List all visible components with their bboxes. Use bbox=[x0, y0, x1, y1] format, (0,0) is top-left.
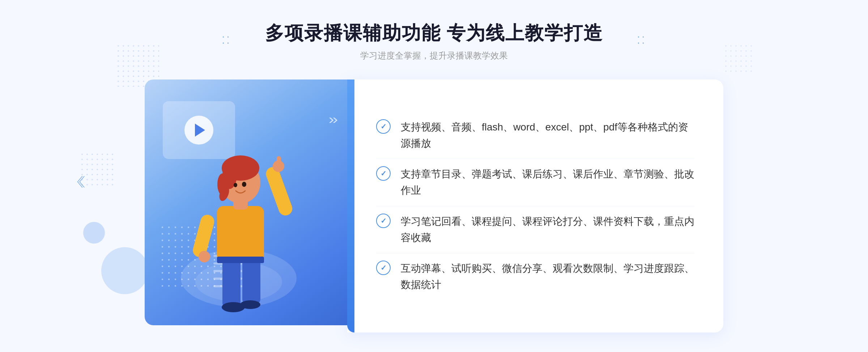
svg-point-15 bbox=[242, 182, 246, 187]
check-circle-icon-2: ✓ bbox=[376, 166, 391, 181]
person-illustration bbox=[166, 126, 311, 325]
illustration-card: » bbox=[145, 80, 347, 325]
page-wrapper: 《 多项录播课辅助功能 专为线上教学打造 学习进度全掌握，提升录播课教学效果 » bbox=[0, 0, 868, 352]
svg-rect-20 bbox=[217, 257, 264, 263]
feature-text-3: 学习笔记回看、课程提问、课程评论打分、课件资料下载，重点内容收藏 bbox=[401, 214, 694, 246]
svg-point-19 bbox=[199, 251, 210, 262]
feature-item-4: ✓互动弹幕、试听购买、微信分享、观看次数限制、学习进度跟踪、数据统计 bbox=[376, 253, 694, 300]
feature-item-1: ✓支持视频、音频、flash、word、excel、ppt、pdf等各种格式的资… bbox=[376, 112, 694, 159]
svg-rect-7 bbox=[264, 165, 294, 218]
header-section: 多项录播课辅助功能 专为线上教学打造 学习进度全掌握，提升录播课教学效果 bbox=[265, 22, 603, 61]
features-wrapper: ✓支持视频、音频、flash、word、excel、ppt、pdf等各种格式的资… bbox=[347, 80, 723, 332]
features-list: ✓支持视频、音频、flash、word、excel、ppt、pdf等各种格式的资… bbox=[376, 112, 694, 300]
svg-rect-18 bbox=[277, 156, 281, 169]
svg-point-16 bbox=[234, 183, 237, 187]
check-mark-3: ✓ bbox=[380, 217, 387, 224]
features-card: ✓支持视频、音频、flash、word、excel、ppt、pdf等各种格式的资… bbox=[347, 80, 723, 332]
check-mark-2: ✓ bbox=[380, 170, 387, 177]
svg-rect-6 bbox=[217, 206, 264, 262]
svg-rect-3 bbox=[242, 257, 260, 304]
feature-text-1: 支持视频、音频、flash、word、excel、ppt、pdf等各种格式的资源… bbox=[401, 119, 694, 152]
feature-text-4: 互动弹幕、试听购买、微信分享、观看次数限制、学习进度跟踪、数据统计 bbox=[401, 261, 694, 293]
circle-decoration-large bbox=[101, 247, 148, 294]
svg-rect-2 bbox=[222, 257, 241, 307]
check-mark-1: ✓ bbox=[380, 123, 387, 130]
dots-decoration-top-right bbox=[723, 43, 752, 72]
main-title: 多项录播课辅助功能 专为线上教学打造 bbox=[265, 22, 603, 44]
dots-decoration-mid-left bbox=[80, 152, 116, 188]
feature-item-2: ✓支持章节目录、弹题考试、课后练习、课后作业、章节测验、批改作业 bbox=[376, 159, 694, 206]
check-circle-icon-3: ✓ bbox=[376, 214, 391, 228]
arrow-left-decoration: 《 bbox=[66, 173, 81, 191]
check-circle-icon-4: ✓ bbox=[376, 261, 391, 275]
sub-title: 学习进度全掌握，提升录播课教学效果 bbox=[265, 50, 603, 61]
feature-text-2: 支持章节目录、弹题考试、课后练习、课后作业、章节测验、批改作业 bbox=[401, 166, 694, 199]
content-area: » bbox=[145, 80, 723, 332]
blue-accent-bar bbox=[347, 80, 354, 332]
svg-point-5 bbox=[240, 300, 260, 309]
check-circle-icon-1: ✓ bbox=[376, 119, 391, 134]
arrows-decoration: » bbox=[328, 112, 333, 127]
feature-item-3: ✓学习笔记回看、课程提问、课程评论打分、课件资料下载，重点内容收藏 bbox=[376, 206, 694, 254]
circle-decoration-small bbox=[83, 222, 105, 244]
check-mark-4: ✓ bbox=[380, 264, 387, 271]
